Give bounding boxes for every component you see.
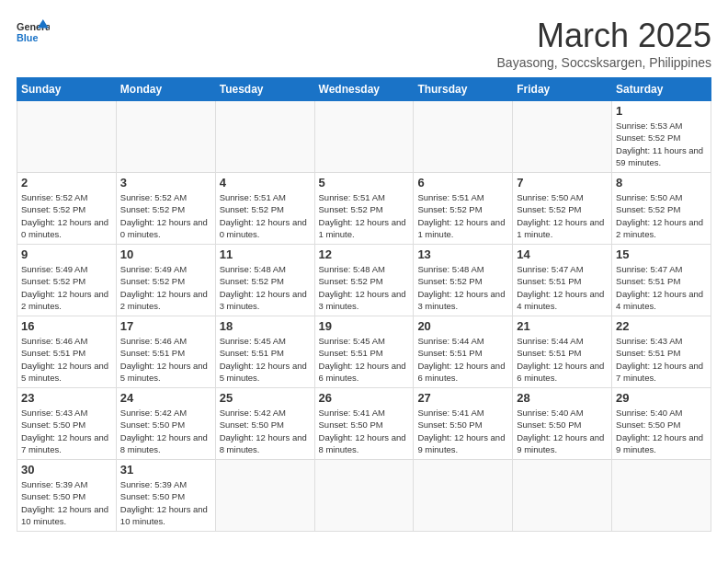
day-number: 31	[120, 463, 211, 477]
calendar-cell: 12Sunrise: 5:48 AMSunset: 5:52 PMDayligh…	[314, 245, 414, 316]
day-number: 10	[120, 247, 211, 261]
day-info: Sunrise: 5:47 AMSunset: 5:51 PMDaylight:…	[517, 263, 608, 312]
day-info: Sunrise: 5:40 AMSunset: 5:50 PMDaylight:…	[517, 407, 608, 455]
day-number: 12	[319, 247, 410, 261]
calendar-cell: 14Sunrise: 5:47 AMSunset: 5:51 PMDayligh…	[513, 245, 612, 316]
header-thursday: Thursday	[414, 78, 513, 101]
header-friday: Friday	[513, 78, 612, 101]
day-info: Sunrise: 5:48 AMSunset: 5:52 PMDaylight:…	[417, 263, 508, 312]
calendar-cell: 22Sunrise: 5:43 AMSunset: 5:51 PMDayligh…	[612, 316, 711, 388]
calendar-cell: 3Sunrise: 5:52 AMSunset: 5:52 PMDaylight…	[116, 173, 215, 245]
calendar-cell	[612, 460, 711, 532]
calendar-cell: 20Sunrise: 5:44 AMSunset: 5:51 PMDayligh…	[414, 316, 513, 388]
day-number: 8	[616, 176, 707, 190]
day-info: Sunrise: 5:39 AMSunset: 5:50 PMDaylight:…	[120, 478, 211, 527]
day-info: Sunrise: 5:45 AMSunset: 5:51 PMDaylight:…	[220, 335, 311, 384]
calendar-week-3: 16Sunrise: 5:46 AMSunset: 5:51 PMDayligh…	[17, 316, 711, 388]
calendar-cell: 13Sunrise: 5:48 AMSunset: 5:52 PMDayligh…	[414, 245, 513, 316]
day-number: 30	[21, 463, 112, 477]
calendar-cell: 1Sunrise: 5:53 AMSunset: 5:52 PMDaylight…	[612, 101, 711, 173]
header-row: Sunday Monday Tuesday Wednesday Thursday…	[17, 78, 711, 101]
calendar-cell: 16Sunrise: 5:46 AMSunset: 5:51 PMDayligh…	[17, 316, 117, 388]
day-number: 16	[21, 319, 112, 333]
day-info: Sunrise: 5:51 AMSunset: 5:52 PMDaylight:…	[319, 191, 410, 240]
day-number: 24	[120, 391, 211, 405]
generalblue-logo-icon: General Blue	[17, 17, 50, 50]
day-info: Sunrise: 5:46 AMSunset: 5:51 PMDaylight:…	[120, 335, 211, 384]
title-block: March 2025 Bayasong, Soccsksargen, Phili…	[497, 17, 711, 70]
day-number: 25	[220, 391, 311, 405]
day-number: 1	[616, 104, 707, 118]
day-number: 4	[220, 176, 311, 190]
calendar-week-0: 1Sunrise: 5:53 AMSunset: 5:52 PMDaylight…	[17, 101, 711, 173]
calendar-cell	[414, 101, 513, 173]
calendar: Sunday Monday Tuesday Wednesday Thursday…	[17, 77, 711, 532]
logo: General Blue	[17, 17, 50, 50]
calendar-cell	[513, 101, 612, 173]
day-number: 3	[120, 176, 211, 190]
day-number: 22	[616, 319, 707, 333]
day-number: 18	[220, 319, 311, 333]
header-saturday: Saturday	[612, 78, 711, 101]
day-number: 19	[319, 319, 410, 333]
calendar-cell: 6Sunrise: 5:51 AMSunset: 5:52 PMDaylight…	[414, 173, 513, 245]
calendar-cell: 19Sunrise: 5:45 AMSunset: 5:51 PMDayligh…	[314, 316, 414, 388]
calendar-cell: 28Sunrise: 5:40 AMSunset: 5:50 PMDayligh…	[513, 388, 612, 460]
day-number: 28	[517, 391, 608, 405]
day-info: Sunrise: 5:49 AMSunset: 5:52 PMDaylight:…	[21, 263, 112, 312]
day-info: Sunrise: 5:41 AMSunset: 5:50 PMDaylight:…	[319, 407, 410, 455]
calendar-cell: 31Sunrise: 5:39 AMSunset: 5:50 PMDayligh…	[116, 460, 215, 532]
day-info: Sunrise: 5:48 AMSunset: 5:52 PMDaylight:…	[319, 263, 410, 312]
calendar-cell: 21Sunrise: 5:44 AMSunset: 5:51 PMDayligh…	[513, 316, 612, 388]
header-tuesday: Tuesday	[215, 78, 314, 101]
day-info: Sunrise: 5:41 AMSunset: 5:50 PMDaylight:…	[417, 407, 508, 455]
calendar-week-2: 9Sunrise: 5:49 AMSunset: 5:52 PMDaylight…	[17, 245, 711, 316]
day-info: Sunrise: 5:47 AMSunset: 5:51 PMDaylight:…	[616, 263, 707, 312]
day-info: Sunrise: 5:43 AMSunset: 5:51 PMDaylight:…	[616, 335, 707, 384]
calendar-week-4: 23Sunrise: 5:43 AMSunset: 5:50 PMDayligh…	[17, 388, 711, 460]
day-info: Sunrise: 5:51 AMSunset: 5:52 PMDaylight:…	[417, 191, 508, 240]
day-info: Sunrise: 5:40 AMSunset: 5:50 PMDaylight:…	[616, 407, 707, 455]
calendar-cell: 9Sunrise: 5:49 AMSunset: 5:52 PMDaylight…	[17, 245, 117, 316]
day-info: Sunrise: 5:51 AMSunset: 5:52 PMDaylight:…	[220, 191, 311, 240]
header-wednesday: Wednesday	[314, 78, 414, 101]
calendar-cell: 10Sunrise: 5:49 AMSunset: 5:52 PMDayligh…	[116, 245, 215, 316]
day-number: 26	[319, 391, 410, 405]
calendar-cell: 15Sunrise: 5:47 AMSunset: 5:51 PMDayligh…	[612, 245, 711, 316]
calendar-cell: 7Sunrise: 5:50 AMSunset: 5:52 PMDaylight…	[513, 173, 612, 245]
day-info: Sunrise: 5:44 AMSunset: 5:51 PMDaylight:…	[517, 335, 608, 384]
day-info: Sunrise: 5:39 AMSunset: 5:50 PMDaylight:…	[21, 478, 112, 527]
day-info: Sunrise: 5:53 AMSunset: 5:52 PMDaylight:…	[616, 120, 707, 168]
calendar-body: 1Sunrise: 5:53 AMSunset: 5:52 PMDaylight…	[17, 101, 711, 532]
page: General Blue March 2025 Bayasong, Soccsk…	[0, 0, 728, 563]
day-info: Sunrise: 5:44 AMSunset: 5:51 PMDaylight:…	[417, 335, 508, 384]
day-number: 2	[21, 176, 112, 190]
day-info: Sunrise: 5:52 AMSunset: 5:52 PMDaylight:…	[120, 191, 211, 240]
calendar-cell: 2Sunrise: 5:52 AMSunset: 5:52 PMDaylight…	[17, 173, 117, 245]
calendar-cell	[414, 460, 513, 532]
day-number: 23	[21, 391, 112, 405]
day-number: 13	[417, 247, 508, 261]
day-info: Sunrise: 5:52 AMSunset: 5:52 PMDaylight:…	[21, 191, 112, 240]
day-number: 21	[517, 319, 608, 333]
calendar-cell: 5Sunrise: 5:51 AMSunset: 5:52 PMDaylight…	[314, 173, 414, 245]
calendar-cell: 11Sunrise: 5:48 AMSunset: 5:52 PMDayligh…	[215, 245, 314, 316]
day-number: 17	[120, 319, 211, 333]
calendar-cell: 29Sunrise: 5:40 AMSunset: 5:50 PMDayligh…	[612, 388, 711, 460]
calendar-cell	[513, 460, 612, 532]
day-info: Sunrise: 5:48 AMSunset: 5:52 PMDaylight:…	[220, 263, 311, 312]
calendar-cell	[17, 101, 117, 173]
day-number: 9	[21, 247, 112, 261]
calendar-cell: 26Sunrise: 5:41 AMSunset: 5:50 PMDayligh…	[314, 388, 414, 460]
header-monday: Monday	[116, 78, 215, 101]
day-info: Sunrise: 5:49 AMSunset: 5:52 PMDaylight:…	[120, 263, 211, 312]
calendar-cell: 18Sunrise: 5:45 AMSunset: 5:51 PMDayligh…	[215, 316, 314, 388]
calendar-cell	[314, 101, 414, 173]
calendar-cell: 25Sunrise: 5:42 AMSunset: 5:50 PMDayligh…	[215, 388, 314, 460]
calendar-week-1: 2Sunrise: 5:52 AMSunset: 5:52 PMDaylight…	[17, 173, 711, 245]
day-number: 11	[220, 247, 311, 261]
month-title: March 2025	[497, 17, 711, 55]
calendar-cell: 30Sunrise: 5:39 AMSunset: 5:50 PMDayligh…	[17, 460, 117, 532]
location: Bayasong, Soccsksargen, Philippines	[497, 55, 711, 70]
calendar-cell: 17Sunrise: 5:46 AMSunset: 5:51 PMDayligh…	[116, 316, 215, 388]
